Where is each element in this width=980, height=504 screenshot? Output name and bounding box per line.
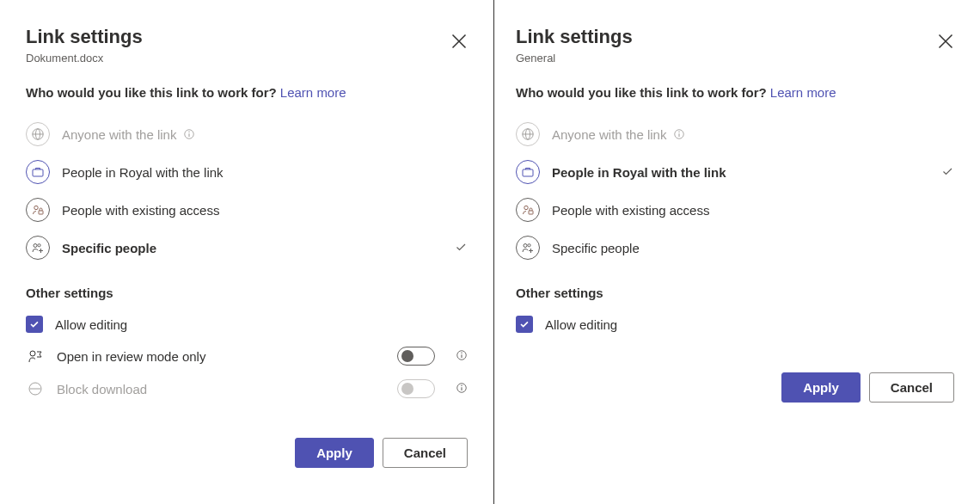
- block-download-label: Block download: [57, 382, 385, 396]
- prompt-question: Who would you like this link to work for…: [516, 85, 954, 100]
- dialog-buttons: Apply Cancel: [26, 438, 468, 468]
- svg-point-29: [524, 206, 528, 209]
- option-specific-people[interactable]: Specific people: [26, 229, 468, 267]
- people-lock-icon: [26, 198, 50, 222]
- svg-point-13: [30, 351, 35, 356]
- document-name: Dokument.docx: [26, 52, 468, 65]
- globe-icon: [516, 122, 540, 146]
- svg-point-5: [189, 132, 190, 132]
- svg-point-9: [34, 244, 37, 248]
- option-org-label: People in Royal with the link: [62, 165, 224, 180]
- info-icon[interactable]: [456, 349, 468, 364]
- allow-editing-checkbox[interactable]: [26, 316, 43, 333]
- allow-editing-label: Allow editing: [55, 317, 468, 332]
- block-icon: [26, 380, 45, 397]
- svg-rect-8: [39, 211, 43, 214]
- prompt-text: Who would you like this link to work for…: [516, 85, 767, 100]
- option-existing-access[interactable]: People with existing access: [26, 191, 468, 229]
- link-settings-panel-right: Link settings General Who would you like…: [494, 0, 980, 504]
- cancel-button[interactable]: Cancel: [869, 372, 954, 403]
- svg-point-31: [524, 244, 527, 248]
- review-mode-label: Open in review mode only: [57, 349, 385, 364]
- svg-rect-30: [529, 211, 533, 214]
- info-icon[interactable]: [673, 128, 685, 140]
- option-existing-access[interactable]: People with existing access: [516, 191, 954, 229]
- link-settings-panel-left: Link settings Dokument.docx Who would yo…: [0, 0, 494, 504]
- other-settings-header: Other settings: [516, 286, 954, 300]
- allow-editing-label: Allow editing: [545, 317, 954, 332]
- people-lock-icon: [516, 198, 540, 222]
- checkmark-icon: [940, 164, 954, 181]
- setting-review-mode: Open in review mode only: [26, 340, 468, 372]
- option-anyone-label: Anyone with the link: [62, 127, 176, 142]
- people-plus-icon: [516, 236, 540, 260]
- check-icon: [28, 318, 40, 330]
- svg-rect-6: [33, 169, 43, 176]
- apply-button[interactable]: Apply: [781, 372, 861, 403]
- svg-rect-28: [523, 169, 533, 176]
- setting-allow-editing: Allow editing: [516, 309, 954, 340]
- option-org-label: People in Royal with the link: [552, 165, 726, 180]
- learn-more-link[interactable]: Learn more: [770, 85, 836, 100]
- close-button[interactable]: [937, 33, 954, 50]
- svg-point-32: [528, 244, 530, 247]
- option-people-in-org[interactable]: People in Royal with the link: [26, 153, 468, 191]
- svg-point-16: [461, 352, 462, 353]
- svg-point-21: [461, 384, 462, 385]
- close-icon: [450, 33, 468, 50]
- option-anyone[interactable]: Anyone with the link: [26, 115, 468, 153]
- option-anyone[interactable]: Anyone with the link: [516, 115, 954, 153]
- close-button[interactable]: [450, 33, 468, 50]
- option-existing-label: People with existing access: [62, 203, 219, 218]
- document-name: General: [516, 52, 954, 65]
- review-icon: [26, 347, 45, 365]
- option-anyone-label: Anyone with the link: [552, 127, 666, 142]
- other-settings-header: Other settings: [26, 286, 468, 300]
- option-existing-label: People with existing access: [552, 203, 709, 218]
- learn-more-link[interactable]: Learn more: [280, 85, 346, 100]
- svg-point-7: [34, 206, 38, 209]
- briefcase-icon: [516, 160, 540, 184]
- dialog-title: Link settings: [26, 26, 468, 48]
- check-icon: [518, 318, 530, 330]
- dialog-buttons: Apply Cancel: [516, 372, 954, 403]
- people-plus-icon: [26, 236, 50, 260]
- block-download-toggle: [397, 379, 435, 398]
- setting-allow-editing: Allow editing: [26, 309, 468, 340]
- checkmark-icon: [454, 240, 468, 256]
- cancel-button[interactable]: Cancel: [383, 438, 468, 468]
- review-mode-toggle[interactable]: [397, 347, 435, 366]
- briefcase-icon: [26, 160, 50, 184]
- globe-icon: [26, 122, 50, 146]
- prompt-question: Who would you like this link to work for…: [26, 85, 468, 100]
- allow-editing-checkbox[interactable]: [516, 316, 533, 333]
- apply-button[interactable]: Apply: [295, 438, 374, 468]
- option-people-in-org[interactable]: People in Royal with the link: [516, 153, 954, 191]
- svg-point-27: [679, 132, 680, 132]
- info-icon[interactable]: [183, 128, 195, 140]
- option-specific-people[interactable]: Specific people: [516, 229, 954, 267]
- option-specific-label: Specific people: [552, 241, 640, 255]
- close-icon: [937, 33, 954, 50]
- svg-point-10: [38, 244, 40, 247]
- setting-block-download: Block download: [26, 372, 468, 405]
- dialog-title: Link settings: [516, 26, 954, 48]
- info-icon[interactable]: [456, 382, 468, 396]
- prompt-text: Who would you like this link to work for…: [26, 85, 277, 100]
- option-specific-label: Specific people: [62, 241, 156, 255]
